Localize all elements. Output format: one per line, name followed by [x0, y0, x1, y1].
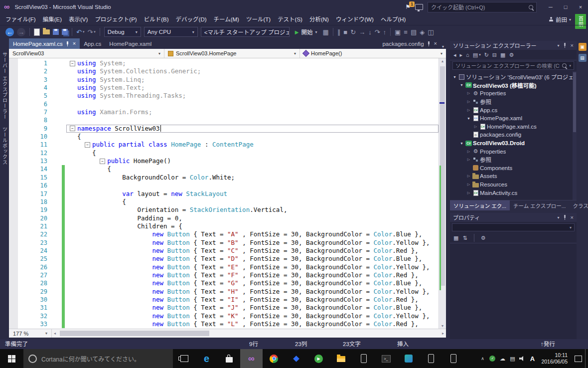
tree-item[interactable]: ▼C#ScrollView03.Droid	[450, 139, 577, 148]
tree-expander[interactable]: ▼	[452, 75, 457, 79]
tree-scrollbar[interactable]	[573, 71, 577, 200]
tree-item[interactable]: ▷C#App.cs	[450, 106, 577, 114]
code-line[interactable]: 26new Button { Text = "E" , FontSize = 3…	[9, 263, 439, 271]
solution-search-input[interactable]: ソリューション エクスプローラー の検索 (Ctrl+;) ▾	[452, 61, 574, 70]
code-line[interactable]: 11−public partial class HomePage : Conte…	[9, 141, 439, 149]
code-text[interactable]: {	[66, 133, 439, 141]
code-line[interactable]: 22new Button { Text = "A" , FontSize = 3…	[9, 230, 439, 238]
chrome-icon[interactable]	[263, 349, 285, 368]
list-icon[interactable]: ▤	[507, 356, 517, 362]
alphabetical-icon[interactable]: ⇅	[462, 235, 467, 241]
code-line[interactable]: 1−using System;	[9, 59, 439, 67]
undo-icon[interactable]: ↶▾	[75, 29, 86, 35]
tree-item[interactable]: ▷Assets	[450, 172, 577, 181]
code-text[interactable]: {	[66, 149, 439, 157]
code-text[interactable]: −public HomePage()	[66, 157, 439, 165]
line-number[interactable]: 16	[9, 182, 47, 189]
code-line[interactable]: 32new Button { Text = "K" , FontSize = 3…	[9, 312, 439, 320]
code-line[interactable]: 19Orientation = StackOrientation.Vertica…	[9, 206, 439, 214]
code-text[interactable]: new Button { Text = "G" , FontSize = 30,…	[66, 279, 439, 287]
document-well-dropdown-icon[interactable]: ▾	[440, 44, 446, 49]
right-dock-icon-2[interactable]: ▤	[579, 54, 587, 62]
tree-expander[interactable]: ▼	[466, 117, 471, 120]
code-line[interactable]: 4using System.Text;	[9, 84, 439, 92]
type-dropdown[interactable]: ScrollView03.HomePage ▾	[164, 49, 300, 58]
line-number[interactable]: 15	[9, 174, 47, 182]
code-text[interactable]: Orientation = StackOrientation.Vertical,	[66, 206, 439, 214]
line-number[interactable]: 5	[9, 92, 47, 100]
line-number[interactable]: 11	[9, 141, 47, 149]
switch-views-icon[interactable]: ▤▾	[473, 52, 481, 58]
tree-expander[interactable]: ▼	[459, 83, 464, 87]
code-line[interactable]: 13−public HomePage()	[9, 157, 439, 165]
fold-toggle[interactable]: −	[70, 61, 75, 66]
code-line[interactable]: 15BackgroundColor = Color.White;	[9, 174, 439, 182]
line-number[interactable]: 33	[9, 320, 47, 328]
menu-item[interactable]: テスト(S)	[274, 14, 306, 25]
vertical-scrollbar[interactable]: ▲ ▼	[439, 58, 446, 329]
home-icon[interactable]: ⌂	[466, 52, 469, 58]
line-number[interactable]: 28	[9, 279, 47, 287]
code-line[interactable]: 12{	[9, 149, 439, 157]
tree-item[interactable]: Components	[450, 164, 577, 173]
save-icon[interactable]	[51, 29, 60, 35]
code-text[interactable]: new Button { Text = "A" , FontSize = 30,…	[66, 230, 439, 238]
media-player-icon[interactable]: ▶	[307, 349, 330, 368]
line-number[interactable]: 8	[9, 116, 47, 124]
quick-launch-input[interactable]: クイック起動 (Ctrl+Q)	[428, 2, 537, 12]
code-text[interactable]: {	[66, 198, 439, 206]
store-icon[interactable]	[218, 349, 240, 368]
line-number[interactable]: 18	[9, 198, 47, 206]
new-file-icon[interactable]	[32, 28, 41, 36]
code-text[interactable]: Padding = 0,	[66, 214, 439, 222]
tree-item[interactable]: ▼ソリューション 'ScrollView03' (6 プロジェクト)	[450, 73, 577, 81]
startup-project-dropdown[interactable]: <マルチ スタートアップ プロジェクト> ▾	[201, 27, 290, 37]
tree-expander[interactable]: ▷	[466, 108, 471, 112]
code-line[interactable]: 9−namespace ScrollView03	[9, 125, 439, 133]
line-number[interactable]: 19	[9, 206, 47, 214]
code-line[interactable]: 8	[9, 116, 439, 124]
step-out-icon[interactable]: ↑	[382, 29, 388, 35]
task-view-button[interactable]	[173, 349, 195, 368]
preview-tab[interactable]: packages.config ×	[379, 38, 440, 49]
tree-item[interactable]: ▷参照	[450, 156, 577, 164]
tree-expander[interactable]: ▷	[466, 174, 471, 178]
scrollbar-thumb[interactable]	[573, 72, 576, 132]
tab-HomePage.xaml[interactable]: HomePage.xaml	[105, 38, 155, 49]
code-line[interactable]: 21Children = {	[9, 222, 439, 230]
panel-tab[interactable]: ソリューション エク...	[450, 200, 510, 210]
code-text[interactable]: new Button { Text = "K" , FontSize = 30,…	[66, 312, 439, 320]
close-button[interactable]: ×	[573, 0, 588, 14]
emulator-icon[interactable]	[397, 349, 420, 368]
stop-debugging-icon[interactable]: ■	[342, 29, 349, 35]
scroll-up-arrow[interactable]: ▲	[439, 59, 446, 63]
code-text[interactable]: new Button { Text = "E" , FontSize = 30,…	[66, 263, 439, 271]
tree-expander[interactable]: ▷	[466, 158, 471, 162]
scroll-down-arrow[interactable]: ▼	[439, 324, 446, 328]
line-number[interactable]: 4	[9, 84, 47, 92]
comment-lines-icon[interactable]: ≡	[402, 29, 409, 35]
tab-HomePage.xaml.cs[interactable]: HomePage.xaml.cs×	[9, 38, 80, 49]
menu-item[interactable]: 表示(V)	[65, 14, 91, 25]
member-dropdown[interactable]: HomePage() ▾	[300, 49, 446, 58]
line-number[interactable]: 13	[9, 157, 47, 165]
menu-item[interactable]: ビルド(B)	[141, 14, 172, 25]
tree-expander[interactable]: ▷	[466, 150, 471, 154]
uncomment-lines-icon[interactable]: ▤	[409, 29, 418, 35]
line-number[interactable]: 24	[9, 247, 47, 255]
code-text[interactable]: Children = {	[66, 222, 439, 230]
code-text[interactable]: using System.Threading.Tasks;	[66, 92, 439, 100]
platform-dropdown[interactable]: Any CPU ▾	[144, 27, 198, 37]
menu-item[interactable]: ウィンドウ(W)	[332, 14, 377, 25]
horizontal-scrollbar[interactable]: ◂ ▸	[52, 329, 446, 338]
tree-item[interactable]: ▷C#HomePage.xaml.cs	[450, 123, 577, 131]
edge-icon[interactable]: e	[195, 349, 218, 368]
step-over-icon[interactable]: ↷	[373, 29, 382, 35]
code-text[interactable]: new Button { Text = "B" , FontSize = 30,…	[66, 239, 439, 247]
start-debugging-button[interactable]: ▶ 開始 ▾	[291, 26, 321, 37]
menu-item[interactable]: 分析(N)	[306, 14, 332, 25]
chevron-down-icon[interactable]: ▾	[558, 43, 560, 48]
code-text[interactable]: new Button { Text = "H" , FontSize = 30,…	[66, 288, 439, 296]
code-text[interactable]: var layout = new StackLayout	[66, 190, 439, 198]
back-icon[interactable]: ◂	[453, 52, 456, 58]
